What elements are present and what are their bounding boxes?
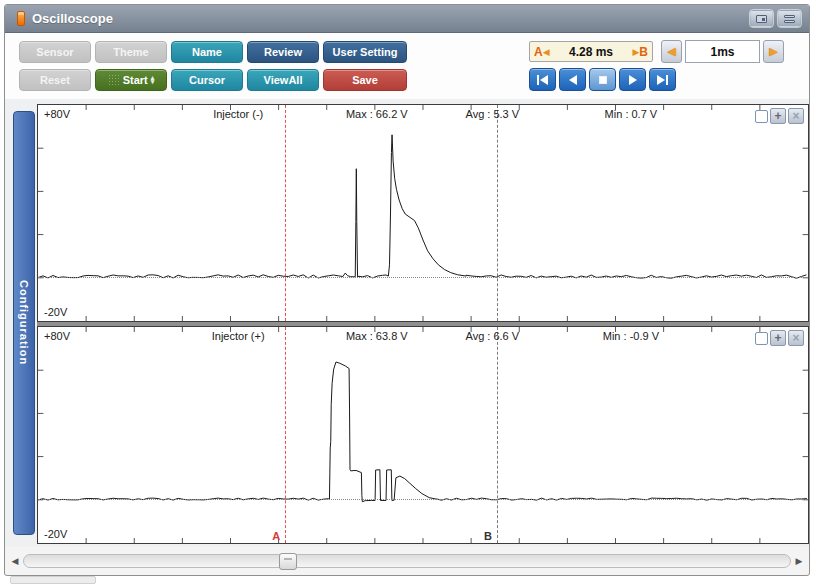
transport-controls (529, 68, 676, 91)
zero-volt-line (38, 277, 808, 278)
zero-volt-line (38, 499, 808, 500)
configuration-tab-label: Configuration (18, 280, 30, 365)
minimize-window-button[interactable] (778, 10, 801, 27)
skip-start-icon (537, 75, 539, 85)
min-stat: Min : -0.9 V (603, 330, 659, 342)
minimize-icon (784, 15, 795, 23)
channel-controls: + × (755, 330, 804, 346)
channel-title: Injector (+) (212, 330, 265, 342)
oscilloscope-window: Oscilloscope Sensor Theme Name Review Us… (4, 4, 810, 576)
theme-button[interactable]: Theme (95, 41, 167, 63)
scroll-right-arrow[interactable]: ▶ (793, 554, 805, 568)
scope-channel-injector-minus: +80V -20V Injector (-) Max : 66.2 V Avg … (37, 104, 809, 322)
window-title: Oscilloscope (32, 11, 113, 26)
scroll-left-arrow[interactable]: ◀ (9, 554, 21, 568)
cursor-b-line[interactable] (497, 327, 498, 543)
start-button[interactable]: Start ▴▾ (95, 69, 167, 91)
max-stat: Max : 66.2 V (346, 108, 408, 120)
cursor-a-label: A (534, 45, 543, 59)
skip-to-start-button[interactable] (529, 68, 556, 91)
a-left-arrow-icon: ◀ (543, 47, 550, 57)
step-back-icon (569, 75, 577, 85)
cursor-a-bottom-label: A (272, 530, 280, 542)
channel-title: Injector (-) (213, 108, 263, 120)
waveform-canvas (38, 327, 808, 543)
horizontal-scrollbar: ◀ ▶ (5, 551, 809, 571)
sensor-button[interactable]: Sensor (19, 41, 91, 63)
max-stat: Max : 63.8 V (346, 330, 408, 342)
power-plug-icon (17, 11, 25, 26)
avg-stat: Avg : 6.6 V (465, 330, 519, 342)
start-button-label: Start (123, 74, 148, 86)
play-icon (629, 75, 637, 85)
configuration-tab[interactable]: Configuration (13, 111, 35, 535)
timebase-value: 1ms (685, 40, 760, 63)
user-setting-button[interactable]: User Setting (323, 41, 407, 63)
timebase-increase-button[interactable]: ▶ (763, 40, 784, 63)
save-button[interactable]: Save (323, 69, 407, 91)
reset-button[interactable]: Reset (19, 69, 91, 91)
timebase-decrease-button[interactable]: ◀ (661, 40, 682, 63)
scope-channel-injector-plus: +80V -20V Injector (+) Max : 63.8 V Avg … (37, 326, 809, 544)
scrollbar-track[interactable] (23, 554, 791, 568)
skip-end-icon (657, 75, 665, 85)
y-min-label: -20V (44, 306, 67, 318)
close-channel-button[interactable]: × (788, 108, 804, 124)
grip-texture-icon (108, 74, 120, 86)
avg-stat: Avg : 5.3 V (465, 108, 519, 120)
scrollbar-thumb[interactable] (279, 553, 297, 570)
stop-button[interactable] (589, 68, 616, 91)
partial-offscreen-panel (10, 576, 96, 584)
cursor-b-label: B (639, 45, 648, 59)
cursor-a-line[interactable] (285, 327, 286, 543)
cursor-button[interactable]: Cursor (171, 69, 243, 91)
cursor-b-line[interactable] (497, 105, 498, 321)
y-min-label: -20V (44, 528, 67, 540)
spinner-arrows-icon: ▴▾ (151, 76, 155, 85)
cursor-a-line[interactable] (285, 105, 286, 321)
channel-checkbox[interactable] (755, 110, 768, 123)
main-area: Configuration +80V -20V Injector (-) Max… (5, 99, 809, 547)
review-button[interactable]: Review (247, 41, 319, 63)
move-channel-button[interactable]: + (770, 108, 786, 124)
channel-controls: + × (755, 108, 804, 124)
y-max-label: +80V (44, 108, 70, 120)
channel-checkbox[interactable] (755, 332, 768, 345)
play-button[interactable] (619, 68, 646, 91)
waveform-canvas (38, 105, 808, 321)
capture-icon (756, 15, 767, 23)
move-channel-button[interactable]: + (770, 330, 786, 346)
skip-to-end-button[interactable] (649, 68, 676, 91)
cursor-b-bottom-label: B (484, 530, 492, 542)
y-max-label: +80V (44, 330, 70, 342)
channel-stack: +80V -20V Injector (-) Max : 66.2 V Avg … (37, 104, 809, 544)
step-back-button[interactable] (559, 68, 586, 91)
stop-icon (599, 76, 607, 84)
toolbar: Sensor Theme Name Review User Setting Re… (5, 33, 809, 99)
name-button[interactable]: Name (171, 41, 243, 63)
viewall-button[interactable]: ViewAll (247, 69, 319, 91)
min-stat: Min : 0.7 V (605, 108, 658, 120)
close-channel-button[interactable]: × (788, 330, 804, 346)
capture-window-button[interactable] (750, 10, 773, 27)
ab-time-readout: A ◀ 4.28 ms ▶ B (529, 41, 653, 62)
b-right-arrow-icon: ▶ (632, 47, 639, 57)
title-bar: Oscilloscope (5, 5, 809, 33)
ab-delta-time-value: 4.28 ms (550, 45, 633, 59)
